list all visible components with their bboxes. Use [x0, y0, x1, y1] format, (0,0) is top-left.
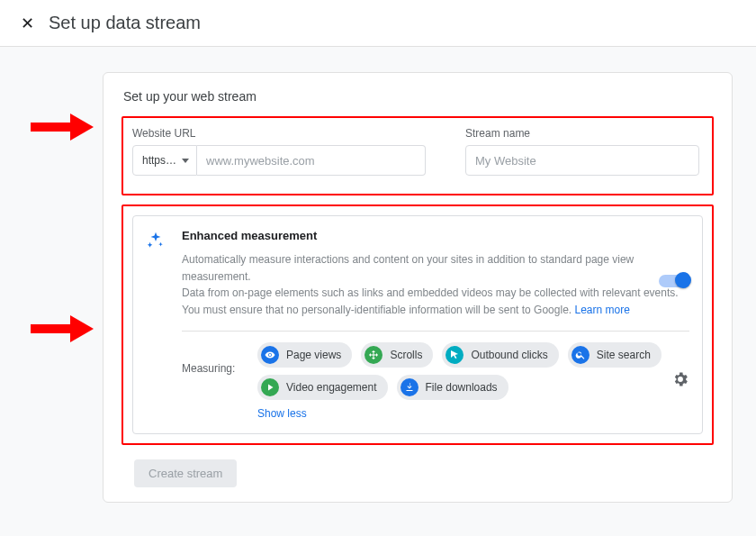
stream-name-group: Stream name: [465, 127, 699, 176]
chip-label: Site search: [597, 349, 651, 361]
enhanced-title: Enhanced measurement: [182, 229, 689, 242]
play-icon: [261, 378, 279, 396]
eye-icon: [261, 346, 279, 364]
create-stream-button: Create stream: [134, 459, 237, 487]
measuring-label: Measuring:: [182, 342, 245, 375]
website-url-input[interactable]: [197, 145, 426, 176]
annotation-arrow-2: [31, 317, 94, 341]
sparkle-icon: [146, 231, 166, 254]
scroll-icon: [364, 346, 382, 364]
chip-scrolls: Scrolls: [361, 342, 433, 368]
chip-video-engagement: Video engagement: [257, 375, 388, 400]
chip-file-downloads: File downloads: [397, 375, 508, 400]
cursor-icon: [446, 346, 464, 364]
show-less-link[interactable]: Show less: [257, 407, 307, 420]
chip-outbound-clicks: Outbound clicks: [442, 342, 558, 368]
chevron-down-icon: [182, 159, 189, 163]
website-url-group: Website URL https…: [132, 127, 426, 176]
annotation-box-enhanced: Enhanced measurement Automatically measu…: [122, 204, 714, 445]
chip-site-search: Site search: [568, 342, 662, 368]
enhanced-desc-1: Automatically measure interactions and c…: [182, 253, 634, 283]
search-icon: [572, 346, 590, 364]
learn-more-link[interactable]: Learn more: [574, 304, 629, 316]
chip-label: File downloads: [426, 381, 498, 394]
card-heading: Set up your web stream: [123, 89, 714, 104]
page-title: Set up data stream: [49, 13, 201, 33]
canvas: Set up your web stream Website URL https…: [0, 47, 756, 536]
download-icon: [400, 378, 418, 396]
chip-label: Scrolls: [390, 349, 422, 361]
protocol-select[interactable]: https…: [132, 145, 197, 176]
chip-label: Video engagement: [286, 381, 377, 394]
gear-icon[interactable]: [671, 370, 689, 392]
enhanced-toggle[interactable]: [659, 274, 689, 288]
protocol-selected-value: https…: [142, 154, 176, 167]
measuring-chips: Page viewsScrollsOutbound clicksSite sea…: [257, 342, 689, 400]
divider: [182, 331, 689, 332]
close-icon[interactable]: ✕: [18, 14, 36, 33]
stream-name-label: Stream name: [465, 127, 699, 140]
annotation-box-fields: Website URL https… Stream name: [122, 116, 714, 195]
website-url-label: Website URL: [132, 127, 426, 140]
stream-card: Set up your web stream Website URL https…: [103, 72, 733, 503]
enhanced-measurement-panel: Enhanced measurement Automatically measu…: [132, 215, 703, 434]
chip-label: Outbound clicks: [471, 349, 547, 361]
annotation-arrow-1: [31, 115, 94, 139]
chip-label: Page views: [286, 349, 341, 361]
header-bar: ✕ Set up data stream: [0, 0, 756, 47]
stream-name-input[interactable]: [465, 145, 699, 176]
chip-page-views: Page views: [257, 342, 352, 368]
